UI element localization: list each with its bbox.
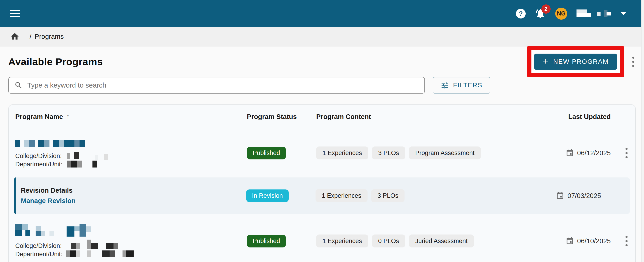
breadcrumb-trail: / Programs xyxy=(30,33,64,40)
redacted-college-division xyxy=(65,240,120,250)
avatar[interactable]: NG xyxy=(555,8,567,20)
row-kebab-menu-icon[interactable] xyxy=(624,235,629,248)
assessment-chip: Juried Assessment xyxy=(409,235,474,248)
page-header: Available Programs + NEW PROGRAM xyxy=(8,46,636,77)
appbar-actions: ? 2 NG xyxy=(516,8,626,20)
revision-details-cell: Revision Details Manage Revision xyxy=(16,187,246,205)
annotation-highlight-box: + NEW PROGRAM xyxy=(527,46,624,77)
last-updated-date: 06/10/2025 xyxy=(577,237,611,245)
notification-count-badge: 2 xyxy=(541,4,550,14)
program-status-cell: Published xyxy=(247,147,316,159)
department-unit-label: Department/Unit: xyxy=(15,161,62,168)
page-title: Available Programs xyxy=(8,56,103,67)
last-updated-cell: 06/10/2025 xyxy=(556,237,617,245)
table-header-row: Program Name ↑ Program Status Program Co… xyxy=(9,105,635,128)
table-row: College/Division: Department/Unit: Publi… xyxy=(9,128,635,177)
breadcrumb-current[interactable]: Programs xyxy=(35,33,64,40)
experiences-chip: 1 Experiences xyxy=(316,189,368,202)
calendar-icon xyxy=(556,192,564,200)
notifications-button[interactable]: 2 xyxy=(535,8,546,19)
new-program-button[interactable]: + NEW PROGRAM xyxy=(534,54,617,70)
home-icon[interactable] xyxy=(10,32,20,41)
revision-last-updated-cell: 07/03/2025 xyxy=(556,192,631,200)
search-toolbar: FILTERS xyxy=(8,77,636,94)
college-division-line: College/Division: xyxy=(15,152,247,160)
revision-content-cell: 1 Experiences 3 PLOs xyxy=(316,189,556,202)
row-actions-cell xyxy=(617,235,636,248)
plus-icon: + xyxy=(542,56,549,66)
sort-ascending-icon: ↑ xyxy=(66,112,70,121)
help-icon[interactable]: ? xyxy=(516,9,526,18)
filter-sliders-icon xyxy=(440,81,449,89)
plos-chip: 0 PLOs xyxy=(372,235,405,248)
program-content-cell: 1 Experiences 3 PLOs Program Assessment xyxy=(316,146,556,159)
redacted-program-name[interactable] xyxy=(15,140,87,147)
redacted-department-unit xyxy=(66,161,98,168)
program-content-cell: 1 Experiences 0 PLOs Juried Assessment xyxy=(316,235,556,248)
table-row: College/Division: Department/Unit: Publi… xyxy=(9,221,635,261)
redacted-program-name[interactable] xyxy=(15,224,94,237)
department-unit-line: Department/Unit: xyxy=(15,160,247,168)
column-header-program-status: Program Status xyxy=(247,113,316,121)
last-updated-cell: 06/12/2025 xyxy=(556,149,617,157)
manage-revision-link[interactable]: Manage Revision xyxy=(21,197,76,205)
college-division-label: College/Division: xyxy=(15,153,62,160)
calendar-icon xyxy=(566,237,574,245)
next-row-divider xyxy=(9,261,635,262)
column-header-program-name[interactable]: Program Name ↑ xyxy=(9,112,247,121)
column-header-last-updated: Last Updated xyxy=(556,113,617,121)
search-icon xyxy=(14,81,23,89)
redacted-college-division xyxy=(65,152,111,160)
redacted-username xyxy=(576,8,611,19)
revision-sub-row: Revision Details Manage Revision In Revi… xyxy=(14,177,630,214)
program-name-cell: College/Division: Department/Unit: xyxy=(9,224,247,258)
college-division-line: College/Division: xyxy=(15,242,247,250)
page-header-actions: + NEW PROGRAM xyxy=(527,46,636,77)
revision-status-cell: In Revision xyxy=(246,190,316,202)
program-name-cell: College/Division: Department/Unit: xyxy=(9,137,247,168)
column-header-program-content: Program Content xyxy=(316,113,556,121)
status-badge: In Revision xyxy=(246,190,289,202)
revision-details-title: Revision Details xyxy=(21,187,246,194)
main-content: Available Programs + NEW PROGRAM FILTERS… xyxy=(0,46,644,262)
page-kebab-menu-icon[interactable] xyxy=(631,55,636,68)
breadcrumb-separator: / xyxy=(30,33,32,40)
program-name-header-label: Program Name xyxy=(15,113,63,121)
search-box[interactable] xyxy=(8,77,425,94)
search-input[interactable] xyxy=(27,81,419,89)
app-bar: ? 2 NG xyxy=(0,0,644,27)
plos-chip: 3 PLOs xyxy=(371,189,404,202)
row-kebab-menu-icon[interactable] xyxy=(624,146,629,160)
chevron-down-icon[interactable] xyxy=(620,12,626,15)
hamburger-menu-icon[interactable] xyxy=(10,10,20,17)
department-unit-label: Department/Unit: xyxy=(15,251,62,258)
department-unit-line: Department/Unit: xyxy=(15,250,247,258)
breadcrumb: / Programs xyxy=(0,27,644,46)
college-division-label: College/Division: xyxy=(15,242,62,250)
vertical-scrollbar[interactable] xyxy=(641,0,644,262)
row-actions-cell xyxy=(617,146,636,160)
program-status-cell: Published xyxy=(247,235,316,248)
last-updated-date: 07/03/2025 xyxy=(568,192,601,200)
calendar-icon xyxy=(566,149,574,157)
status-badge: Published xyxy=(247,235,286,248)
last-updated-date: 06/12/2025 xyxy=(577,149,611,157)
experiences-chip: 1 Experiences xyxy=(316,146,368,159)
status-badge: Published xyxy=(247,147,286,159)
filters-label: FILTERS xyxy=(453,82,482,89)
filters-button[interactable]: FILTERS xyxy=(433,77,490,94)
programs-table: Program Name ↑ Program Status Program Co… xyxy=(8,104,636,262)
redacted-department-unit xyxy=(66,251,135,258)
plos-chip: 3 PLOs xyxy=(372,146,405,159)
new-program-label: NEW PROGRAM xyxy=(553,58,609,65)
assessment-chip: Program Assessment xyxy=(409,146,481,159)
experiences-chip: 1 Experiences xyxy=(316,235,368,248)
